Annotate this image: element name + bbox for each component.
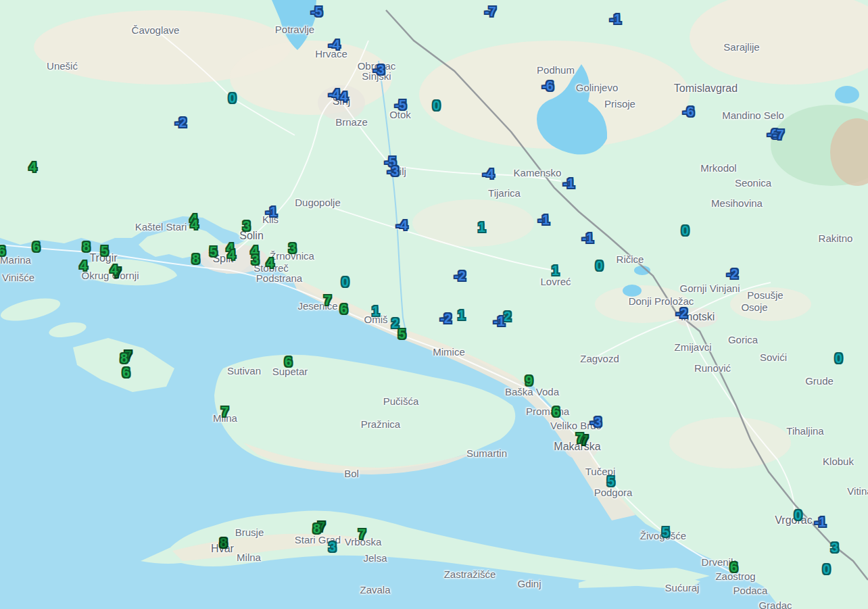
- temp-marker[interactable]: -5: [395, 98, 406, 112]
- temp-marker[interactable]: 3: [251, 253, 258, 266]
- terrain-patch: [730, 287, 811, 321]
- temp-marker[interactable]: -1: [815, 515, 825, 529]
- temp-marker[interactable]: 8: [313, 522, 320, 535]
- temp-marker[interactable]: 7: [221, 405, 228, 418]
- weather-map[interactable]: ČavoglavePotravljeUnešićHrvaceObrovacSin…: [0, 0, 868, 609]
- temp-marker[interactable]: 5: [101, 244, 107, 258]
- temp-marker[interactable]: -2: [676, 306, 687, 320]
- temp-marker[interactable]: -1: [610, 12, 621, 26]
- temp-marker[interactable]: 0: [433, 99, 439, 112]
- temp-marker[interactable]: 4: [266, 256, 273, 270]
- temp-marker[interactable]: -2: [440, 312, 451, 325]
- temp-marker[interactable]: 4: [191, 218, 197, 231]
- temp-marker[interactable]: 6: [285, 355, 291, 368]
- temp-marker[interactable]: 1: [372, 304, 379, 318]
- temp-marker[interactable]: 3: [289, 241, 295, 255]
- temp-marker[interactable]: 4: [228, 248, 235, 262]
- terrain-patch: [412, 199, 534, 247]
- temp-marker[interactable]: 3: [831, 541, 838, 554]
- lake-prolozac: [623, 285, 642, 297]
- temp-marker[interactable]: 8: [82, 240, 89, 253]
- temp-marker[interactable]: 0: [794, 508, 801, 522]
- terrain-patch: [669, 417, 791, 468]
- temp-marker[interactable]: 4: [80, 259, 87, 272]
- temp-marker[interactable]: 5: [607, 474, 614, 488]
- temp-marker[interactable]: 6: [0, 244, 5, 258]
- temp-marker[interactable]: -1: [493, 314, 504, 328]
- temp-marker[interactable]: 4: [110, 263, 117, 276]
- temp-marker[interactable]: 0: [823, 562, 829, 576]
- temp-marker[interactable]: -3: [373, 63, 384, 76]
- temp-marker[interactable]: 6: [730, 560, 737, 574]
- temp-marker[interactable]: -2: [175, 116, 186, 129]
- temp-marker[interactable]: 2: [504, 310, 510, 323]
- temp-marker[interactable]: 4: [340, 90, 347, 103]
- temp-marker[interactable]: 8: [192, 252, 199, 266]
- temp-marker[interactable]: 1: [458, 308, 464, 322]
- terrain-patch: [230, 41, 392, 115]
- temp-marker[interactable]: -6: [542, 79, 553, 93]
- temp-marker[interactable]: -4: [329, 87, 339, 101]
- temp-marker[interactable]: 6: [122, 366, 129, 379]
- temp-marker[interactable]: 9: [525, 374, 532, 387]
- temp-marker[interactable]: 7: [576, 431, 583, 445]
- temp-marker[interactable]: -1: [538, 213, 549, 226]
- temp-marker[interactable]: 3: [243, 219, 249, 233]
- temp-marker[interactable]: 0: [341, 275, 348, 289]
- temp-marker[interactable]: 6: [32, 240, 39, 253]
- temp-marker[interactable]: -5: [311, 5, 322, 18]
- temp-marker[interactable]: 3: [329, 540, 335, 554]
- temp-marker[interactable]: 6: [340, 302, 347, 316]
- temp-marker[interactable]: -4: [396, 218, 407, 232]
- temp-marker[interactable]: -6: [683, 105, 694, 118]
- temp-marker[interactable]: 6: [552, 405, 559, 418]
- temp-marker[interactable]: -3: [590, 415, 601, 429]
- temp-marker[interactable]: 0: [681, 224, 688, 237]
- temp-marker[interactable]: 5: [398, 327, 405, 341]
- temp-marker[interactable]: 1: [478, 220, 485, 234]
- temp-marker[interactable]: -2: [727, 267, 738, 281]
- temp-marker[interactable]: 8: [220, 536, 226, 550]
- temp-marker[interactable]: 4: [29, 160, 36, 174]
- temp-marker[interactable]: -2: [454, 269, 465, 283]
- temp-marker[interactable]: -7: [485, 5, 496, 18]
- temp-marker[interactable]: 7: [324, 293, 331, 307]
- temp-marker[interactable]: -1: [266, 205, 276, 218]
- map-base: [0, 0, 868, 609]
- temp-marker[interactable]: 8: [120, 351, 127, 365]
- temp-marker[interactable]: 1: [552, 264, 558, 277]
- temp-marker[interactable]: 0: [835, 351, 842, 365]
- temp-marker[interactable]: 5: [210, 245, 216, 258]
- temp-marker[interactable]: 2: [391, 316, 398, 330]
- temp-marker[interactable]: 5: [662, 525, 669, 539]
- temp-marker[interactable]: -1: [582, 231, 593, 245]
- temp-marker[interactable]: -1: [563, 176, 574, 190]
- temp-marker[interactable]: 7: [358, 527, 365, 541]
- temp-marker[interactable]: 0: [228, 91, 235, 105]
- lake-small: [835, 86, 859, 103]
- temp-marker[interactable]: -3: [387, 164, 398, 178]
- temp-marker[interactable]: 0: [596, 259, 602, 272]
- temp-marker[interactable]: -7: [773, 128, 783, 141]
- temp-marker[interactable]: -4: [483, 167, 493, 180]
- temp-marker[interactable]: -4: [329, 38, 339, 51]
